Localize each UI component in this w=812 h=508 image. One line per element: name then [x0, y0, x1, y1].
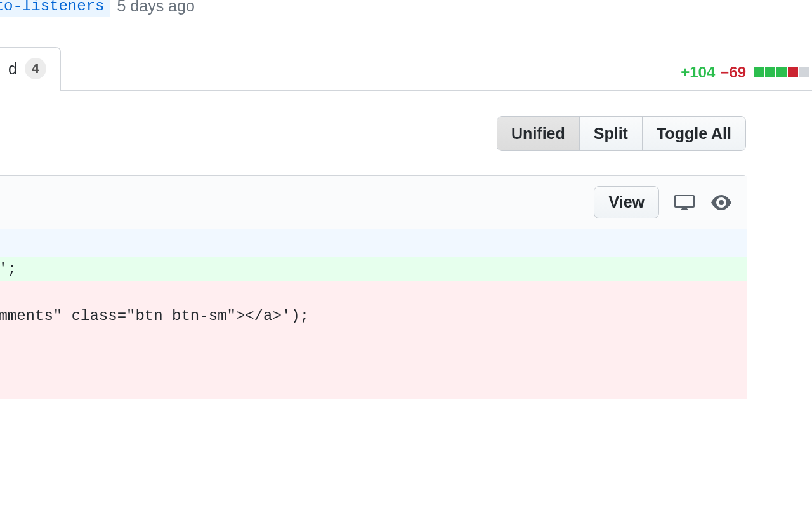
- diff-line-del: {: [0, 352, 747, 375]
- diff-stat-block: [765, 67, 775, 77]
- additions-count: +104: [681, 64, 715, 81]
- diff-line-del: ght');: [0, 281, 747, 304]
- diff-line-del: ;: [0, 375, 747, 399]
- eye-icon[interactable]: [710, 191, 733, 214]
- diff-stats: +104 −69: [681, 64, 812, 90]
- view-file-button[interactable]: View: [594, 186, 659, 218]
- split-button[interactable]: Split: [580, 117, 643, 150]
- diff-stat-block: [799, 67, 809, 77]
- diff-body: ers.js';ght');gle-comments" class="btn b…: [0, 229, 747, 399]
- diff-line-add: ers.js';: [0, 257, 747, 281]
- diff-stat-block: [754, 67, 764, 77]
- diff-view-toggle: Unified Split Toggle All: [497, 116, 746, 151]
- unified-button[interactable]: Unified: [497, 117, 580, 150]
- diff-stat-block: [788, 67, 798, 77]
- commit-meta-row: refactor/move-to-listeners 5 days ago: [0, 0, 195, 17]
- pr-tabs: d 4 +104 −69: [0, 41, 812, 91]
- hunk-header: [0, 229, 747, 257]
- tab-files-changed[interactable]: d 4: [0, 47, 61, 91]
- commit-timestamp: 5 days ago: [117, 0, 194, 15]
- view-mode-button-group: Unified Split Toggle All: [497, 116, 746, 151]
- deletions-count: −69: [720, 64, 746, 81]
- tab-label-fragment: d: [8, 60, 17, 78]
- diff-file: View ers.js';ght');gle-comments" class="…: [0, 175, 747, 399]
- desktop-icon[interactable]: [673, 191, 696, 214]
- branch-badge[interactable]: refactor/move-to-listeners: [0, 0, 110, 17]
- toggle-all-button[interactable]: Toggle All: [643, 117, 745, 150]
- diff-line-del: ');: [0, 328, 747, 352]
- diff-stat-block: [776, 67, 787, 77]
- files-changed-count: 4: [25, 58, 46, 79]
- diff-file-header: View: [0, 176, 747, 229]
- diff-stat-blocks: [754, 67, 809, 77]
- diff-line-del: gle-comments" class="btn btn-sm"></a>');: [0, 304, 747, 328]
